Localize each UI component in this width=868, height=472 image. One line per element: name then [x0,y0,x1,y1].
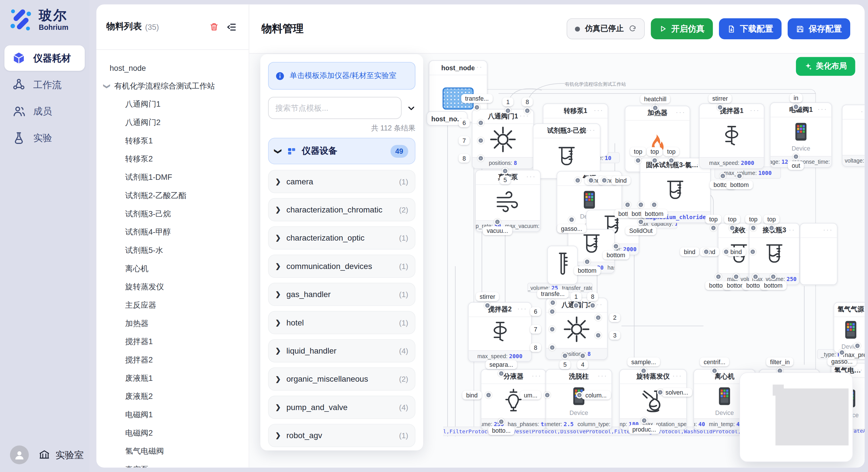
node-menu-icon[interactable]: ··· [598,372,608,380]
category-instruments[interactable]: ❯ 仪器设备 49 [268,138,415,164]
port-dot[interactable]: › [641,417,648,424]
node-menu-icon[interactable]: ··· [473,63,483,71]
tree-item[interactable]: 废液瓶2 [96,387,249,406]
template-group-camera[interactable]: ❯camera(1) [268,170,415,193]
node-menu-icon[interactable]: ··· [861,107,865,115]
port-dot[interactable]: › [717,104,723,111]
port-dot[interactable]: › [652,105,658,111]
port-dot[interactable]: › [494,218,501,225]
port-dot[interactable]: › [477,137,484,144]
sidebar-item-lab[interactable]: 实验室 [38,448,84,461]
avatar[interactable] [10,445,29,464]
node-menu-icon[interactable]: ··· [586,126,596,134]
tree-item[interactable]: 电磁阀1 [96,405,249,424]
download-config-button[interactable]: 下载配置 [719,19,782,39]
tree-item[interactable]: 八通阀门2 [96,113,249,132]
port-dot[interactable]: › [638,218,644,225]
template-group-pump_and_valve[interactable]: ❯pump_and_valve(4) [268,396,415,419]
sidebar-item-workflow[interactable]: 工作流 [4,72,85,98]
template-group-communication_devices[interactable]: ❯communication_devices(1) [268,255,415,278]
port-dot[interactable]: › [657,389,663,396]
save-config-button[interactable]: 保存配置 [787,19,850,39]
tree-item[interactable]: 试剂瓶2-乙酸乙酯 [96,187,249,205]
port-dot[interactable]: › [549,299,556,306]
port-dot[interactable]: › [568,216,575,223]
port-dot[interactable]: › [668,157,675,164]
port-dot[interactable]: › [505,107,511,114]
tree-group-workstation[interactable]: ❯有机化学流程综合测试工作站 [96,77,249,95]
port-dot[interactable]: › [595,332,601,339]
port-dot[interactable]: › [770,273,776,280]
node-menu-icon[interactable]: ··· [817,105,828,113]
port-dot[interactable]: › [613,243,619,249]
template-group-gas_handler[interactable]: ❯gas_handler(1) [268,283,415,306]
port-dot[interactable]: › [549,344,555,351]
tree-item[interactable]: 转移泵1 [96,132,249,150]
graph-node-搅拌器1[interactable]: 搅拌器1···max_speed: 2000 [699,103,764,169]
tree-item[interactable]: 加热器 [96,314,249,333]
beautify-layout-button[interactable]: 美化布局 [796,57,855,76]
template-group-robot_agv[interactable]: ❯robot_agv(1) [268,424,415,447]
tree-item[interactable]: 主反应器 [96,296,249,314]
collapse-panel-icon[interactable] [224,20,239,34]
port-dot[interactable]: › [711,367,718,374]
sidebar-item-cube[interactable]: 仪器耗材 [4,45,85,71]
port-dot[interactable]: › [752,273,759,280]
tree-item[interactable]: 转移泵2 [96,150,249,168]
brand[interactable]: 玻尔 Bohrium [0,0,89,32]
port-dot[interactable]: › [736,173,743,179]
tree-item[interactable]: 废液瓶1 [96,369,249,387]
port-dot[interactable]: › [498,370,505,377]
node-menu-icon[interactable]: ··· [854,305,864,312]
tree-item[interactable]: 旋转蒸发仪 [96,278,249,296]
port-dot[interactable]: › [575,177,581,184]
port-dot[interactable]: › [749,248,756,255]
minimap[interactable] [739,372,853,462]
port-dot[interactable]: › [485,392,492,398]
node-menu-icon[interactable]: ··· [517,305,527,312]
port-dot[interactable]: › [572,302,579,309]
port-dot[interactable]: › [703,248,710,255]
graph-node-试剂瓶3-己烷[interactable]: 试剂瓶3-己烷··· [533,123,600,179]
tree-item[interactable]: 试剂瓶5-水 [96,241,249,260]
chevron-down-icon[interactable] [407,104,415,112]
port-dot[interactable]: › [651,201,657,208]
node-menu-icon[interactable]: ··· [676,108,686,116]
tree-item[interactable]: 氢气电磁阀 [96,442,249,461]
graph-node[interactable]: ··· [800,223,837,285]
sidebar-item-experiment[interactable]: 实验 [4,125,85,150]
port-dot[interactable]: › [584,258,590,265]
tree-item[interactable]: 八通阀门1 [96,95,249,113]
port-dot[interactable]: › [576,392,583,398]
node-menu-icon[interactable]: ··· [532,372,542,380]
node-menu-icon[interactable]: ··· [673,372,683,380]
tree-item[interactable]: 真空泵 [96,461,249,468]
port-dot[interactable]: › [477,155,484,162]
port-dot[interactable]: › [549,326,555,333]
port-dot[interactable]: › [723,248,730,255]
start-simulation-button[interactable]: 开启仿真 [651,19,713,39]
node-menu-icon[interactable]: ··· [854,366,864,374]
template-group-characterization_optic[interactable]: ❯characterization_optic(1) [268,226,415,249]
port-dot[interactable]: › [549,308,555,315]
port-dot[interactable]: › [562,352,568,359]
port-dot[interactable]: › [624,201,631,208]
graph-node-旋转蒸发仪[interactable]: 旋转蒸发仪···temp: 180max_rotation_speed [619,369,687,430]
port-dot[interactable]: › [729,225,735,231]
graph-node-搅拌器2[interactable]: 搅拌器2···max_speed: 2000 [468,302,532,362]
port-dot[interactable]: › [793,154,799,160]
template-group-liquid_handler[interactable]: ❯liquid_handler(4) [268,339,415,363]
port-dot[interactable]: › [588,177,594,184]
port-dot[interactable]: › [750,225,756,231]
graph-node-电磁阀1[interactable]: 电磁阀1···Devicevoltage: 12response_time: 0… [770,102,832,168]
template-group-organic_miscellaneous[interactable]: ❯organic_miscellaneous(2) [268,367,415,391]
port-dot[interactable]: › [595,314,601,321]
port-dot[interactable]: › [498,418,505,425]
port-dot[interactable]: › [720,173,726,179]
port-dot[interactable]: › [640,367,647,374]
node-menu-icon[interactable]: ··· [823,226,833,233]
port-dot[interactable]: › [589,302,596,309]
port-dot[interactable]: › [477,120,484,126]
node-menu-icon[interactable]: ··· [785,226,795,233]
simulation-status[interactable]: 仿真已停止 [567,19,645,39]
